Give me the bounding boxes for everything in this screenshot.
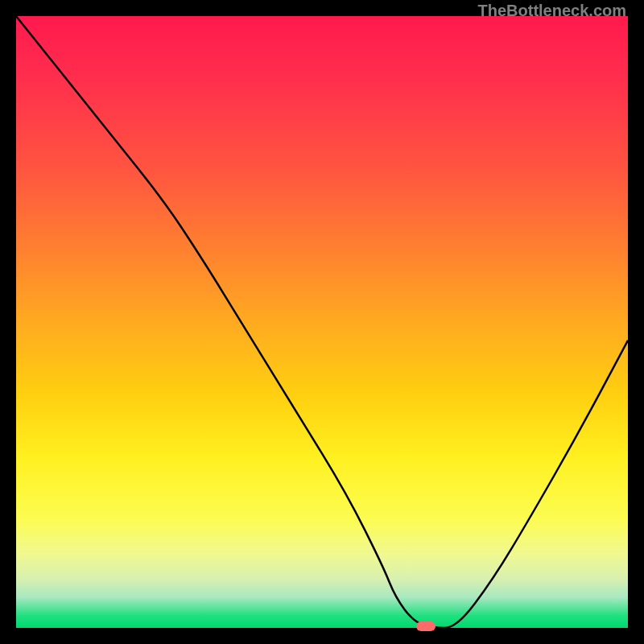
axis-bottom: [14, 628, 630, 630]
bottleneck-chart: TheBottleneck.com: [0, 0, 644, 644]
bottleneck-curve-line: [16, 16, 628, 628]
watermark-text: TheBottleneck.com: [478, 2, 626, 20]
axis-right: [628, 16, 630, 630]
optimal-marker: [416, 621, 436, 631]
curve-plot: [16, 16, 628, 628]
